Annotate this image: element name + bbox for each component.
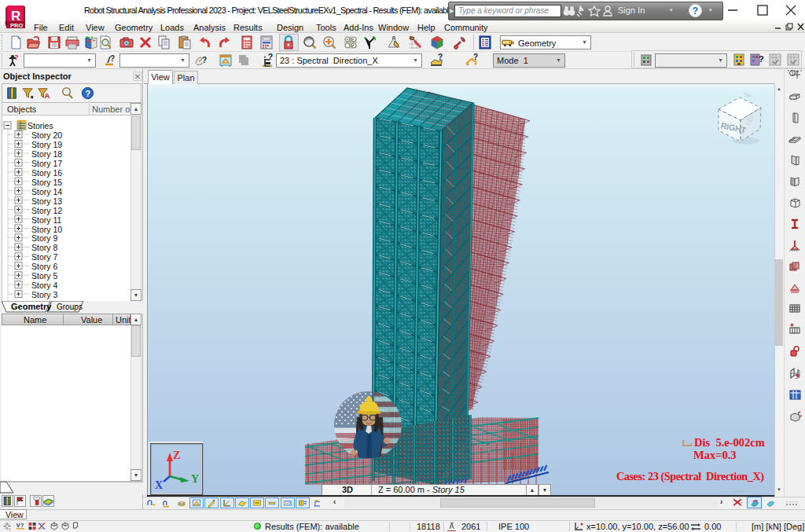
svg-text:PRO: PRO xyxy=(10,22,23,29)
svg-text:Geometry: Geometry xyxy=(11,302,52,311)
svg-text:?: ? xyxy=(202,56,207,64)
svg-text:123: 123 xyxy=(285,501,291,505)
svg-text:TOP: TOP xyxy=(743,91,752,99)
svg-text:A: A xyxy=(44,91,50,100)
svg-text:?: ? xyxy=(268,53,273,61)
svg-text:Groups: Groups xyxy=(57,303,83,311)
svg-text:?: ? xyxy=(759,54,764,64)
svg-text:?: ? xyxy=(85,89,90,98)
svg-text:?: ? xyxy=(473,53,478,61)
svg-text:X: X xyxy=(155,479,163,491)
svg-text:Y: Y xyxy=(191,473,199,485)
svg-text:?: ? xyxy=(438,53,443,61)
svg-text:Z: Z xyxy=(173,449,180,461)
svg-text:?: ? xyxy=(110,54,115,63)
svg-text:1: 1 xyxy=(792,71,795,76)
svg-text:?: ? xyxy=(14,53,19,61)
